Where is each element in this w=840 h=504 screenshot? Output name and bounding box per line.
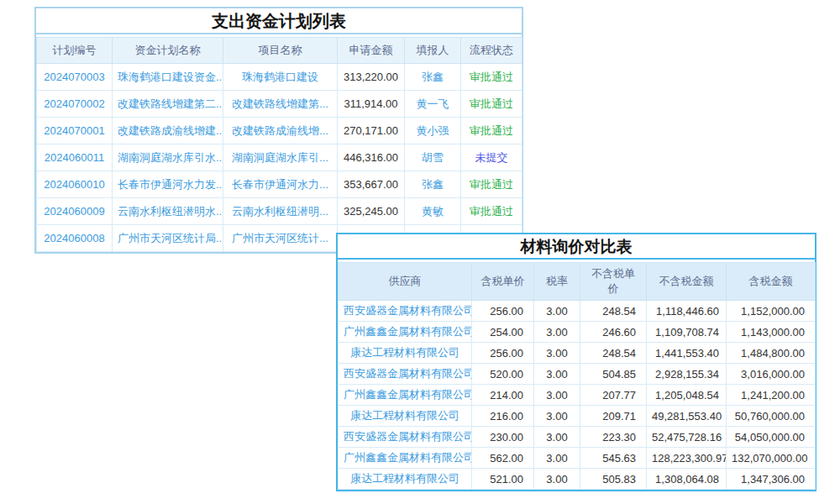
applied-amount-cell: 353,667.00 [338, 171, 405, 198]
plan-id-link[interactable]: 2024070003 [37, 64, 113, 91]
unit-price-without-tax-cell: 545.63 [580, 448, 647, 469]
plan-id-link[interactable]: 2024060011 [37, 144, 113, 171]
reporter-link[interactable]: 张鑫 [405, 64, 461, 91]
column-header-applied-amount: 申请金额 [338, 38, 405, 64]
applied-amount-cell: 325,245.00 [338, 198, 405, 225]
unit-price-with-tax-cell: 216.00 [472, 406, 534, 427]
unit-price-without-tax-cell: 209.71 [580, 406, 647, 427]
amount-without-tax-cell: 1,441,553.40 [647, 343, 727, 364]
tax-rate-cell: 3.00 [534, 322, 580, 343]
column-header-reporter: 填报人 [405, 38, 461, 64]
supplier-link[interactable]: 康达工程材料有限公司 [339, 469, 472, 490]
column-header-plan-id: 计划编号 [37, 38, 113, 64]
fund-plan-link[interactable]: 广州市天河区统计局... [113, 225, 223, 252]
applied-amount-cell: 313,220.00 [338, 64, 405, 91]
supplier-link[interactable]: 康达工程材料有限公司 [339, 343, 472, 364]
table-row: 西安盛器金属材料有限公司230.003.00223.3052,475,728.1… [339, 427, 816, 448]
project-name-link[interactable]: 广州市天河区统计... [223, 225, 338, 252]
unit-price-with-tax-cell: 230.00 [472, 427, 534, 448]
table-row: 2024060011湖南洞庭湖水库引水...湖南洞庭湖水库引...446,316… [37, 144, 522, 171]
amount-without-tax-cell: 1,109,708.74 [647, 322, 727, 343]
supplier-link[interactable]: 西安盛器金属材料有限公司 [339, 364, 472, 385]
project-name-link[interactable]: 改建铁路线增建第... [223, 91, 338, 118]
plan-id-link[interactable]: 2024060010 [37, 171, 113, 198]
fund-plan-link[interactable]: 珠海鹤港口建设资金... [113, 64, 223, 91]
unit-price-with-tax-cell: 256.00 [472, 343, 534, 364]
tax-rate-cell: 3.00 [534, 301, 580, 322]
supplier-link[interactable]: 广州鑫鑫金属材料有限公司 [339, 322, 472, 343]
table-row: 西安盛器金属材料有限公司520.003.00504.852,928,155.34… [339, 364, 816, 385]
table-row: 康达工程材料有限公司256.003.00248.541,441,553.401,… [339, 343, 816, 364]
table-row: 广州鑫鑫金属材料有限公司254.003.00246.601,109,708.74… [339, 322, 816, 343]
column-header-supplier: 供应商 [339, 263, 472, 301]
supplier-link[interactable]: 西安盛器金属材料有限公司 [339, 301, 472, 322]
material-inquiry-comparison-table: 材料询价对比表 供应商含税单价税率不含税单价不含税金额含税金额 西安盛器金属材料… [336, 233, 816, 491]
supplier-link[interactable]: 西安盛器金属材料有限公司 [339, 427, 472, 448]
table-row: 2024060010长春市伊通河水力发...长春市伊通河水力...353,667… [37, 171, 522, 198]
project-name-link[interactable]: 湖南洞庭湖水库引... [223, 144, 338, 171]
amount-without-tax-cell: 1,308,064.08 [647, 469, 727, 490]
unit-price-with-tax-cell: 562.00 [472, 448, 534, 469]
unit-price-without-tax-cell: 248.54 [580, 343, 647, 364]
tax-rate-cell: 3.00 [534, 469, 580, 490]
reporter-link[interactable]: 黄敏 [405, 198, 461, 225]
expenditure-fund-plan-grid: 计划编号资金计划名称项目名称申请金额填报人流程状态 2024070003珠海鹤港… [36, 37, 522, 252]
amount-without-tax-cell: 49,281,553.40 [647, 406, 727, 427]
amount-with-tax-cell: 50,760,000.00 [727, 406, 816, 427]
fund-plan-link[interactable]: 改建铁路成渝线增建... [113, 118, 223, 144]
plan-id-link[interactable]: 2024060008 [37, 225, 113, 252]
supplier-link[interactable]: 康达工程材料有限公司 [339, 406, 472, 427]
unit-price-with-tax-cell: 214.00 [472, 385, 534, 406]
table-row: 2024070002改建铁路线增建第二...改建铁路线增建第...311,914… [37, 91, 522, 118]
tax-rate-cell: 3.00 [534, 343, 580, 364]
project-name-link[interactable]: 改建铁路成渝线增... [223, 118, 338, 144]
project-name-link[interactable]: 珠海鹤港口建设 [223, 64, 338, 91]
reporter-link[interactable]: 黄一飞 [405, 91, 461, 118]
status-badge: 审批通过 [461, 198, 522, 225]
fund-plan-link[interactable]: 改建铁路线增建第二... [113, 91, 223, 118]
reporter-link[interactable]: 张鑫 [405, 171, 461, 198]
table-row: 2024060009云南水利枢纽潜明水...云南水利枢纽潜明...325,245… [37, 198, 522, 225]
amount-with-tax-cell: 3,016,000.00 [727, 364, 816, 385]
plan-id-link[interactable]: 2024070002 [37, 91, 113, 118]
unit-price-without-tax-cell: 246.60 [580, 322, 647, 343]
tax-rate-cell: 3.00 [534, 406, 580, 427]
plan-id-link[interactable]: 2024070001 [37, 118, 113, 144]
unit-price-without-tax-cell: 248.54 [580, 301, 647, 322]
unit-price-with-tax-cell: 520.00 [472, 364, 534, 385]
reporter-link[interactable]: 胡雪 [405, 144, 461, 171]
table-row: 广州鑫鑫金属材料有限公司214.003.00207.771,205,048.54… [339, 385, 816, 406]
fund-plan-link[interactable]: 长春市伊通河水力发... [113, 171, 223, 198]
unit-price-with-tax-cell: 521.00 [472, 469, 534, 490]
column-header-fund-plan-name: 资金计划名称 [113, 38, 223, 64]
column-header-amount-with-tax: 含税金额 [727, 263, 816, 301]
unit-price-with-tax-cell: 256.00 [472, 301, 534, 322]
unit-price-with-tax-cell: 254.00 [472, 322, 534, 343]
supplier-link[interactable]: 广州鑫鑫金属材料有限公司 [339, 448, 472, 469]
applied-amount-cell: 446,316.00 [338, 144, 405, 171]
plan-id-link[interactable]: 2024060009 [37, 198, 113, 225]
status-badge: 审批通过 [461, 64, 522, 91]
table-row: 2024070001改建铁路成渝线增建...改建铁路成渝线增...270,171… [37, 118, 522, 144]
amount-with-tax-cell: 1,143,000.00 [727, 322, 816, 343]
unit-price-without-tax-cell: 504.85 [580, 364, 647, 385]
expenditure-fund-plan-table: 支出资金计划列表 计划编号资金计划名称项目名称申请金额填报人流程状态 20240… [34, 7, 523, 254]
status-badge: 审批通过 [461, 91, 522, 118]
amount-without-tax-cell: 1,205,048.54 [647, 385, 727, 406]
unit-price-without-tax-cell: 223.30 [580, 427, 647, 448]
reporter-link[interactable]: 黄小强 [405, 118, 461, 144]
project-name-link[interactable]: 云南水利枢纽潜明... [223, 198, 338, 225]
amount-without-tax-cell: 1,118,446.60 [647, 301, 727, 322]
column-header-unit-price-with-tax: 含税单价 [472, 263, 534, 301]
column-header-amount-without-tax: 不含税金额 [647, 263, 727, 301]
table-row: 康达工程材料有限公司521.003.00505.831,308,064.081,… [339, 469, 816, 490]
amount-with-tax-cell: 54,050,000.00 [727, 427, 816, 448]
fund-plan-link[interactable]: 云南水利枢纽潜明水... [113, 198, 223, 225]
project-name-link[interactable]: 长春市伊通河水力... [223, 171, 338, 198]
table2-header-row: 供应商含税单价税率不含税单价不含税金额含税金额 [339, 263, 816, 301]
applied-amount-cell: 270,171.00 [338, 118, 405, 144]
supplier-link[interactable]: 广州鑫鑫金属材料有限公司 [339, 385, 472, 406]
fund-plan-link[interactable]: 湖南洞庭湖水库引水... [113, 144, 223, 171]
table-row: 2024070003珠海鹤港口建设资金...珠海鹤港口建设313,220.00张… [37, 64, 522, 91]
status-badge: 未提交 [461, 144, 522, 171]
